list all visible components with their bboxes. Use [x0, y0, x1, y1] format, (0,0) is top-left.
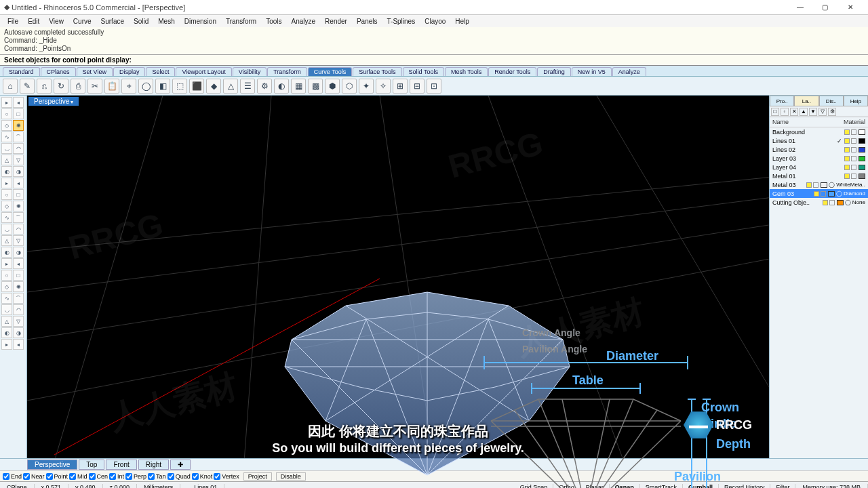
- toolbar-button-6[interactable]: 📋: [104, 79, 119, 94]
- toolbar-button-9[interactable]: ◧: [155, 79, 170, 94]
- toolbar-button-11[interactable]: ⬛: [189, 79, 204, 94]
- move-up-icon[interactable]: ▲: [800, 108, 808, 116]
- panel-tab-la[interactable]: La..: [794, 96, 818, 106]
- side-tool-32[interactable]: ◇: [1, 281, 12, 292]
- toolbar-button-4[interactable]: ⎙: [71, 79, 85, 94]
- new-sublayer-icon[interactable]: ▫: [781, 108, 789, 116]
- side-tool-6[interactable]: ∿: [1, 131, 12, 142]
- toolbar-button-7[interactable]: ⌖: [121, 79, 136, 94]
- side-tool-25[interactable]: ▽: [13, 235, 24, 246]
- menu-t-splines[interactable]: T-Splines: [382, 18, 420, 25]
- tool-tab-render-tools[interactable]: Render Tools: [488, 67, 536, 76]
- side-tool-8[interactable]: ◡: [1, 143, 12, 154]
- osnap-mid[interactable]: Mid: [69, 473, 87, 480]
- osnap-perp[interactable]: Perp: [125, 473, 146, 480]
- tool-tab-new-in-v5[interactable]: New in V5: [572, 67, 612, 76]
- tool-tab-surface-tools[interactable]: Surface Tools: [353, 67, 401, 76]
- menu-file[interactable]: File: [3, 18, 23, 25]
- side-tool-41[interactable]: ◑: [13, 327, 24, 338]
- osnap-vertex[interactable]: Vertex: [214, 473, 239, 480]
- command-prompt[interactable]: Select objects for control point display…: [0, 55, 868, 66]
- layer-row[interactable]: Metal 01: [770, 171, 868, 180]
- tool-tab-analyze[interactable]: Analyze: [612, 67, 646, 76]
- menu-view[interactable]: View: [44, 18, 68, 25]
- menu-analyze[interactable]: Analyze: [287, 18, 321, 25]
- side-tool-18[interactable]: ◇: [1, 201, 12, 211]
- maximize-button[interactable]: ▢: [812, 1, 837, 14]
- side-tool-20[interactable]: ∿: [1, 212, 12, 223]
- toolbar-button-8[interactable]: ◯: [138, 79, 153, 94]
- tool-tab-drafting[interactable]: Drafting: [537, 67, 571, 76]
- tool-tab-viewport-layout[interactable]: Viewport Layout: [176, 67, 231, 76]
- side-tool-37[interactable]: ◠: [13, 304, 24, 315]
- side-tool-1[interactable]: ◂: [13, 97, 24, 108]
- tool-tab-curve-tools[interactable]: Curve Tools: [308, 67, 352, 76]
- side-tool-40[interactable]: ◐: [1, 327, 12, 338]
- layer-row[interactable]: Cutting Obje..◯ None: [770, 198, 868, 207]
- toolbar-button-1[interactable]: ✎: [20, 79, 35, 94]
- side-tool-39[interactable]: ▽: [13, 316, 24, 327]
- tool-tab-solid-tools[interactable]: Solid Tools: [403, 67, 444, 76]
- toolbar-button-12[interactable]: ◆: [206, 79, 221, 94]
- viewport-tab-right[interactable]: Right: [138, 460, 169, 470]
- menu-surface[interactable]: Surface: [96, 18, 129, 25]
- osnap-tan[interactable]: Tan: [148, 473, 166, 480]
- menu-mesh[interactable]: Mesh: [153, 18, 179, 25]
- menu-panels[interactable]: Panels: [352, 18, 382, 25]
- side-tool-35[interactable]: ⌒: [13, 293, 24, 304]
- osnap-quad[interactable]: Quad: [167, 473, 191, 480]
- layer-row[interactable]: Layer 04: [770, 163, 868, 171]
- layer-row[interactable]: Metal 03◯ WhiteMeta..: [770, 180, 868, 189]
- viewport-tab-perspective[interactable]: Perspective: [27, 460, 77, 470]
- tool-tab-select[interactable]: Select: [146, 67, 175, 76]
- menu-curve[interactable]: Curve: [68, 18, 96, 25]
- tool-tab-display[interactable]: Display: [113, 67, 146, 76]
- side-tool-23[interactable]: ◠: [13, 224, 24, 235]
- toolbar-button-2[interactable]: ⎌: [37, 79, 52, 94]
- menu-solid[interactable]: Solid: [129, 18, 153, 25]
- side-tool-4[interactable]: ◇: [1, 120, 12, 131]
- toolbar-button-22[interactable]: ✧: [376, 79, 391, 94]
- viewport[interactable]: Crown Angle Pavilion Angle Diameter Tabl…: [27, 96, 769, 458]
- toolbar-button-17[interactable]: ▦: [291, 79, 306, 94]
- menu-render[interactable]: Render: [320, 18, 352, 25]
- side-tool-30[interactable]: ○: [1, 270, 12, 281]
- toolbar-button-13[interactable]: △: [223, 79, 238, 94]
- panel-tab-dis[interactable]: Dis..: [819, 96, 844, 106]
- toolbar-button-5[interactable]: ✂: [87, 79, 102, 94]
- toolbar-button-19[interactable]: ⬢: [325, 79, 340, 94]
- menu-edit[interactable]: Edit: [23, 18, 44, 25]
- side-tool-16[interactable]: ○: [1, 189, 12, 200]
- layer-row[interactable]: Layer 03: [770, 154, 868, 163]
- viewport-tab-top[interactable]: Top: [79, 460, 104, 470]
- tools-icon[interactable]: ⚙: [828, 108, 836, 116]
- side-tool-19[interactable]: ✺: [13, 201, 24, 211]
- side-tool-12[interactable]: ◐: [1, 166, 12, 177]
- toolbar-button-25[interactable]: ⊡: [427, 79, 441, 94]
- osnap-end[interactable]: End: [3, 473, 22, 480]
- side-tool-11[interactable]: ▽: [13, 155, 24, 165]
- toolbar-button-18[interactable]: ▩: [308, 79, 323, 94]
- viewport-tab-front[interactable]: Front: [106, 460, 136, 470]
- side-tool-0[interactable]: ▸: [1, 97, 12, 108]
- menu-transform[interactable]: Transform: [221, 18, 261, 25]
- side-tool-13[interactable]: ◑: [13, 166, 24, 177]
- side-tool-29[interactable]: ◂: [13, 258, 24, 269]
- tool-tab-transform[interactable]: Transform: [267, 67, 307, 76]
- viewport-label[interactable]: Perspective: [28, 97, 79, 106]
- side-tool-33[interactable]: ✺: [13, 281, 24, 292]
- add-viewport-button[interactable]: ✚: [170, 460, 191, 470]
- side-tool-5[interactable]: ✺: [13, 120, 24, 131]
- osnap-near[interactable]: Near: [23, 473, 45, 480]
- toolbar-button-15[interactable]: ⚙: [257, 79, 272, 94]
- layer-row[interactable]: Lines 01✓: [770, 136, 868, 145]
- side-tool-38[interactable]: △: [1, 316, 12, 327]
- side-tool-26[interactable]: ◐: [1, 247, 12, 258]
- osnap-int[interactable]: Int: [109, 473, 124, 480]
- toolbar-button-24[interactable]: ⊟: [410, 79, 425, 94]
- side-tool-28[interactable]: ▸: [1, 258, 12, 269]
- toolbar-button-16[interactable]: ◐: [274, 79, 289, 94]
- tool-tab-visibility[interactable]: Visibility: [233, 67, 267, 76]
- tool-tab-set-view[interactable]: Set View: [77, 67, 113, 76]
- delete-layer-icon[interactable]: ✕: [790, 108, 798, 116]
